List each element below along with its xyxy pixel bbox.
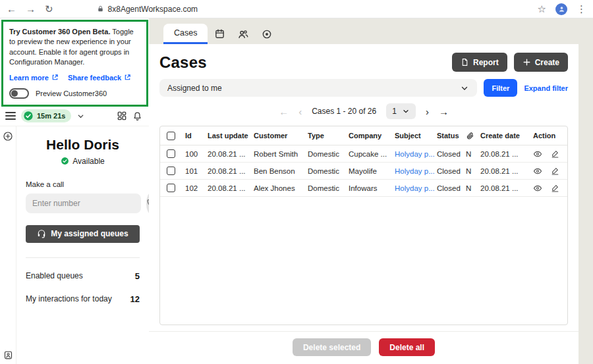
delete-all-button[interactable]: Delete all [379, 338, 435, 356]
view-eye-icon[interactable] [533, 149, 542, 159]
agent-status-bar: 15m 21s [0, 107, 149, 126]
preview-customer360-toggle[interactable] [9, 88, 29, 99]
browser-forward-icon[interactable]: → [26, 4, 36, 14]
external-link-icon [51, 74, 59, 81]
notifications-bell-icon[interactable] [132, 111, 142, 121]
tab-cases[interactable]: Cases [163, 24, 208, 44]
phone-number-input[interactable] [26, 194, 141, 213]
title-buttons: Report Create [452, 53, 568, 72]
next-page-icon[interactable]: › [426, 107, 429, 117]
sidebar: Try Customer 360 Open Beta. Toggle to pr… [0, 18, 149, 364]
row-checkbox[interactable] [167, 149, 175, 158]
table-row[interactable]: 100 20.08.21 ... Robert Smith Domestic C… [160, 145, 567, 163]
row-actions [530, 167, 568, 176]
cell-type: Domestic [308, 150, 349, 158]
status-chevron-down-icon[interactable] [76, 112, 85, 120]
chevron-down-icon [460, 84, 469, 93]
table-header-row: Id Last update Customer Type Company Sub… [160, 126, 567, 145]
cell-status: Closed [437, 167, 466, 175]
stat-label: Enabled queues [26, 271, 83, 280]
col-action: Action [530, 132, 562, 140]
browser-reload-icon[interactable]: ↻ [45, 4, 53, 14]
learn-more-link[interactable]: Learn more [9, 74, 59, 82]
add-plus-circle-icon[interactable] [3, 131, 13, 142]
hamburger-menu-icon[interactable] [5, 110, 16, 122]
row-checkbox[interactable] [167, 167, 175, 175]
browser-bar: ← → ↻ 8x8AgentWorkspace.com ☆ ⋮ [0, 0, 593, 18]
table-empty-space [160, 197, 567, 325]
col-customer: Customer [254, 132, 308, 140]
cell-subject-link[interactable]: Holyday p... [395, 167, 437, 175]
cell-company: Infowars [349, 184, 395, 192]
url-text: 8x8AgentWorkspace.com [108, 5, 198, 14]
check-circle-icon [23, 111, 34, 121]
view-eye-icon[interactable] [533, 167, 542, 176]
assigned-filter-select[interactable]: Assigned to me [159, 79, 477, 97]
col-type: Type [308, 132, 349, 140]
cell-create-date: 20.08.21 ... [480, 167, 530, 175]
create-button[interactable]: Create [514, 53, 568, 72]
cell-customer: Robert Smith [254, 150, 308, 158]
cell-subject-link[interactable]: Holyday p... [395, 184, 437, 192]
profile-avatar[interactable] [555, 3, 567, 15]
browser-back-icon[interactable]: ← [7, 4, 16, 14]
attachment-paperclip-icon [466, 132, 480, 140]
cell-status: Closed [437, 184, 466, 192]
address-bar[interactable]: 8x8AgentWorkspace.com [97, 5, 538, 14]
contact-card-icon[interactable] [3, 350, 13, 360]
agent-greeting: Hello Doris [16, 137, 149, 153]
title-row: Cases Report Create [149, 44, 579, 78]
cell-last-update: 20.08.21 ... [208, 184, 254, 192]
filter-row: Assigned to me Filter Expand filter [149, 78, 579, 97]
cell-last-update: 20.08.21 ... [208, 150, 254, 158]
filter-button[interactable]: Filter [484, 79, 517, 97]
interactions-today-row: My interactions for today 12 [26, 281, 140, 304]
last-page-icon[interactable]: → [439, 107, 449, 117]
page-number: 1 [392, 107, 397, 116]
beta-banner-links: Learn more Share feedback [9, 74, 140, 82]
view-eye-icon[interactable] [533, 184, 542, 193]
beta-banner-text: Try Customer 360 Open Beta. Toggle to pr… [9, 27, 140, 68]
preview-toggle-row: Preview Customer360 [9, 88, 140, 99]
edit-pencil-icon[interactable] [551, 184, 559, 192]
share-feedback-link[interactable]: Share feedback [68, 74, 131, 82]
bookmark-star-icon[interactable]: ☆ [538, 4, 546, 14]
my-assigned-queues-button[interactable]: My assigned queues [26, 225, 140, 243]
app: Try Customer 360 Open Beta. Toggle to pr… [0, 18, 593, 364]
sidebar-body: Hello Doris Available Make a call [0, 126, 149, 364]
report-button[interactable]: Report [452, 53, 507, 72]
row-checkbox[interactable] [167, 184, 175, 192]
cell-type: Domestic [308, 184, 349, 192]
delete-selected-button[interactable]: Delete selected [293, 338, 371, 356]
first-page-icon[interactable]: ← [279, 107, 289, 117]
col-company: Company [349, 132, 395, 140]
table-row[interactable]: 101 20.08.21 ... Ben Benson Domestic May… [160, 163, 567, 180]
make-call-label: Make a call [26, 180, 140, 188]
tab-monitoring[interactable] [255, 24, 279, 44]
pagination: ← ‹ Cases 1 - 20 of 26 1 › → [149, 97, 579, 124]
cases-table: Id Last update Customer Type Company Sub… [159, 126, 568, 325]
stat-value: 5 [135, 271, 140, 281]
browser-menu-icon[interactable]: ⋮ [577, 4, 586, 14]
page-number-select[interactable]: 1 [386, 103, 416, 119]
prev-page-icon[interactable]: ‹ [298, 107, 302, 117]
cell-status: Closed [437, 150, 466, 158]
customer360-beta-banner: Try Customer 360 Open Beta. Toggle to pr… [1, 20, 148, 107]
cell-attachment: N [466, 150, 480, 158]
tab-team[interactable] [231, 24, 255, 44]
apps-grid-icon[interactable] [117, 111, 127, 121]
cell-subject-link[interactable]: Holyday p... [395, 150, 437, 158]
edit-pencil-icon[interactable] [551, 167, 559, 175]
expand-filter-link[interactable]: Expand filter [524, 84, 568, 92]
select-all-checkbox[interactable] [167, 132, 175, 140]
external-link-icon [124, 74, 131, 81]
enabled-queues-row: Enabled queues 5 [26, 258, 140, 281]
table-row[interactable]: 102 20.08.21 ... Alex Jhones Domestic In… [160, 180, 567, 197]
cell-id: 100 [185, 150, 208, 158]
edit-pencil-icon[interactable] [551, 149, 559, 158]
agent-panel: Hello Doris Available Make a call [16, 126, 149, 364]
status-timer-pill[interactable]: 15m 21s [21, 109, 71, 122]
tab-calendar[interactable] [208, 24, 231, 44]
workspace-tabbar: Cases [149, 18, 579, 44]
beta-banner-title: Try Customer 360 Open Beta. [9, 28, 110, 36]
